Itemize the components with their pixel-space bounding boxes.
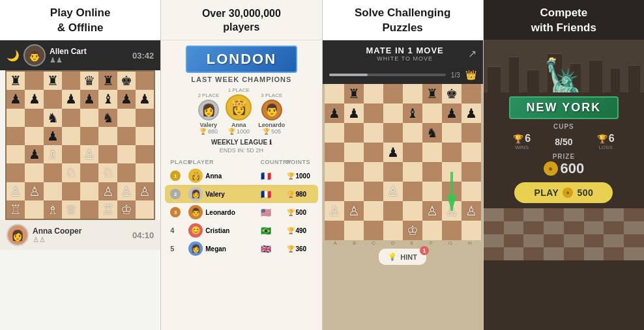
board-cell[interactable]	[325, 221, 344, 240]
board-cell	[25, 109, 43, 127]
chess-board-bottom	[484, 208, 644, 260]
board-cell[interactable]	[344, 123, 364, 143]
player-info: 👨Leonardo	[188, 205, 260, 219]
board-cell[interactable]	[325, 143, 344, 162]
board-cell[interactable]	[422, 162, 442, 182]
board-cell[interactable]	[364, 143, 383, 162]
board-cell[interactable]: ♙	[344, 201, 364, 221]
moon-icon: 🌙	[7, 49, 20, 62]
board-cell[interactable]	[344, 143, 364, 162]
board-cell[interactable]: ♙	[383, 182, 403, 201]
board-cell[interactable]	[364, 201, 383, 221]
top-player-bar: 🌙 👨 Allen Cart ♟♟ 03:42	[0, 40, 160, 70]
board-cell[interactable]: ♞	[422, 123, 442, 143]
mini-board-cell	[544, 234, 564, 247]
board-cell[interactable]	[461, 84, 481, 103]
board-cell[interactable]	[344, 162, 364, 182]
bottom-player-avatar: 👩	[7, 224, 29, 246]
board-cell[interactable]: ♙	[325, 201, 344, 221]
board-cell[interactable]	[364, 221, 383, 240]
rank-number: 5	[170, 245, 188, 253]
board-cell[interactable]	[364, 103, 383, 123]
board-cell[interactable]	[461, 143, 481, 162]
board-cell[interactable]	[325, 182, 344, 201]
board-cell[interactable]	[325, 84, 344, 103]
board-cell[interactable]: ♙	[422, 201, 442, 221]
board-cell[interactable]: ♟	[344, 103, 364, 123]
board-cell[interactable]	[422, 182, 442, 201]
board-cell[interactable]	[442, 143, 461, 162]
board-cell[interactable]	[344, 182, 364, 201]
board-cell[interactable]	[383, 103, 403, 123]
prize-value: 600	[561, 160, 585, 177]
ends-in: ENDS IN: 5D 2H	[220, 147, 263, 154]
board-cell[interactable]	[364, 182, 383, 201]
board-cell[interactable]	[461, 182, 481, 201]
board-cell: ♙	[136, 182, 154, 200]
table-header: PLACE PLAYER COUNTRY POINTS	[165, 158, 317, 167]
chess-board-panel3: ♜♜♚♟♟♝♟♟♞♟♙♙♙♙♙♙♔	[325, 84, 481, 240]
prize-amount: ● 600	[544, 160, 585, 177]
left-stat: 🏆 6 WINS	[491, 133, 552, 150]
board-cell[interactable]	[403, 162, 422, 182]
board-cell[interactable]	[364, 162, 383, 182]
board-cell[interactable]	[325, 162, 344, 182]
board-cell: ♗	[44, 200, 62, 219]
board-cell[interactable]	[364, 84, 383, 103]
board-cell[interactable]: ♟	[325, 103, 344, 123]
board-cell[interactable]	[442, 123, 461, 143]
board-cell[interactable]	[344, 221, 364, 240]
board-cell[interactable]	[383, 221, 403, 240]
board-cell[interactable]	[383, 84, 403, 103]
board-cell[interactable]	[403, 123, 422, 143]
board-cell[interactable]	[461, 221, 481, 240]
top-player-time: 03:42	[132, 51, 154, 61]
board-cell[interactable]	[325, 123, 344, 143]
board-cell[interactable]: ♟	[461, 103, 481, 123]
board-cell	[62, 109, 80, 127]
board-cell[interactable]	[383, 123, 403, 143]
board-cell[interactable]	[383, 162, 403, 182]
mini-board-cell	[564, 247, 584, 260]
board-cell[interactable]	[403, 143, 422, 162]
board-cell[interactable]: ♚	[442, 84, 461, 103]
table-row: 5 👩Megan 🇬🇧 🏆 360	[165, 240, 317, 258]
board-cell[interactable]	[403, 182, 422, 201]
board-cell[interactable]: ♟	[442, 103, 461, 123]
board-cell	[136, 72, 154, 90]
board-cell[interactable]	[461, 162, 481, 182]
play-button[interactable]: PLAY ● 500	[514, 182, 613, 203]
board-cell[interactable]	[383, 201, 403, 221]
board-cell[interactable]	[422, 143, 442, 162]
champion-2nd-pts: 🏆 880	[199, 128, 218, 135]
hint-button[interactable]: 💡 HINT 1	[379, 249, 426, 265]
board-cell[interactable]	[422, 221, 442, 240]
board-cell[interactable]: ♟	[383, 143, 403, 162]
board-cell[interactable]	[403, 201, 422, 221]
board-cell[interactable]: ♜	[344, 84, 364, 103]
mini-board-cell	[544, 247, 564, 260]
rank-medal: 3	[170, 207, 188, 217]
rank-medal: 2	[170, 189, 188, 199]
table-row: 4 😊Cristian 🇧🇷 🏆 490	[165, 221, 317, 240]
board-cell[interactable]	[442, 221, 461, 240]
board-cell[interactable]	[403, 84, 422, 103]
board-cell[interactable]	[461, 123, 481, 143]
board-cell[interactable]	[442, 162, 461, 182]
cups-label: CUPS	[553, 123, 574, 130]
building	[611, 68, 620, 92]
chess-board-panel1: ♜♜♛♜♚♟♟♟♟♝♟♟♞♞♟♟♗♙♘♘♙♙♙♙♙♖♗♕♖♔	[5, 70, 155, 220]
board-cell[interactable]: ♙	[461, 201, 481, 221]
board-cell[interactable]: ♔	[403, 221, 422, 240]
board-cell[interactable]: ♝	[403, 103, 422, 123]
board-cell[interactable]: ♜	[422, 84, 442, 103]
panel-2-title: Over 30,000,000players	[202, 7, 281, 34]
board-cell[interactable]: ♙	[442, 201, 461, 221]
board-cell[interactable]	[364, 123, 383, 143]
export-icon[interactable]: ↗	[468, 48, 476, 60]
prize-section: PRIZE ● 600	[544, 153, 585, 177]
board-cell[interactable]	[442, 182, 461, 201]
board-cell	[117, 109, 136, 127]
board-cell[interactable]	[422, 103, 442, 123]
mini-board-cell	[624, 247, 644, 260]
